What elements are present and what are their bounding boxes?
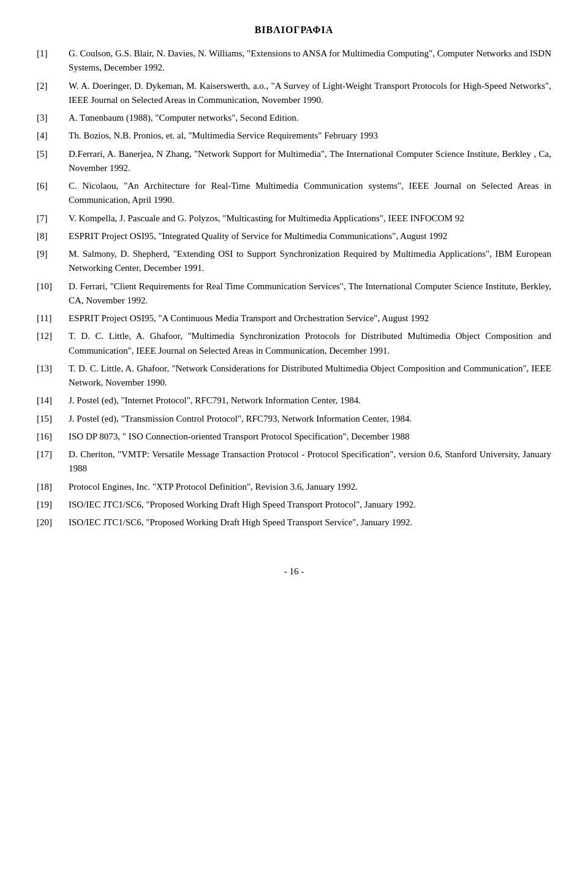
bib-text-19: ISO/IEC JTC1/SC6, "Proposed Working Draf… [69,498,551,512]
bib-number-14: [14] [37,394,69,408]
bib-number-7: [7] [37,211,69,226]
bib-entry-5: [5]D.Ferrari, A. Banerjea, N Zhang, "Net… [37,147,551,176]
bib-entry-19: [19]ISO/IEC JTC1/SC6, "Proposed Working … [37,498,551,512]
bib-number-2: [2] [37,79,69,108]
bib-entry-8: [8]ESPRIT Project OSI95, "Integrated Qua… [37,229,551,243]
bib-number-15: [15] [37,412,69,426]
bib-number-8: [8] [37,229,69,243]
bib-number-18: [18] [37,480,69,494]
bib-entry-16: [16]ISO DP 8073, " ISO Connection-orient… [37,430,551,444]
bib-entry-1: [1]G. Coulson, G.S. Blair, N. Davies, N.… [37,47,551,75]
bib-text-5: D.Ferrari, A. Banerjea, N Zhang, "Networ… [69,147,551,176]
bib-number-1: [1] [37,47,69,75]
bib-text-20: ISO/IEC JTC1/SC6, "Proposed Working Draf… [69,515,551,530]
bib-entry-14: [14]J. Postel (ed), "Internet Protocol",… [37,394,551,408]
bib-entry-2: [2]W. A. Doeringer, D. Dykeman, M. Kaise… [37,79,551,108]
bib-number-6: [6] [37,179,69,208]
bib-number-11: [11] [37,311,69,325]
bib-text-1: G. Coulson, G.S. Blair, N. Davies, N. Wi… [69,47,551,75]
bib-entry-4: [4]Th. Bozios, N.B. Pronios, et. al, "Mu… [37,129,551,143]
bib-entry-13: [13]T. D. C. Little, A. Ghafoor, "Networ… [37,362,551,390]
bib-text-18: Protocol Engines, Inc. "XTP Protocol Def… [69,480,551,494]
bib-text-4: Th. Bozios, N.B. Pronios, et. al, "Multi… [69,129,551,143]
bib-entry-9: [9]M. Salmony, D. Shepherd, "Extending O… [37,247,551,276]
bibliography-container: [1]G. Coulson, G.S. Blair, N. Davies, N.… [37,47,551,530]
page-footer: - 16 - [37,566,551,577]
bib-entry-11: [11]ESPRIT Project OSI95, "A Continuous … [37,311,551,325]
bib-number-20: [20] [37,515,69,530]
bib-text-2: W. A. Doeringer, D. Dykeman, M. Kaisersw… [69,79,551,108]
bib-text-9: M. Salmony, D. Shepherd, "Extending OSI … [69,247,551,276]
bib-number-13: [13] [37,362,69,390]
bib-number-12: [12] [37,329,69,358]
bib-text-7: V. Kompella, J. Pascuale and G. Polyzos,… [69,211,551,226]
bib-number-5: [5] [37,147,69,176]
bib-entry-6: [6]C. Nicolaou, "An Architecture for Rea… [37,179,551,208]
bib-text-15: J. Postel (ed), "Transmission Control Pr… [69,412,551,426]
bib-entry-18: [18]Protocol Engines, Inc. "XTP Protocol… [37,480,551,494]
bib-number-4: [4] [37,129,69,143]
bib-entry-20: [20]ISO/IEC JTC1/SC6, "Proposed Working … [37,515,551,530]
bib-number-3: [3] [37,111,69,125]
bib-text-3: A. Tαnenbaum (1988), "Computer networks"… [69,111,551,125]
bib-text-17: D. Cheriton, "VMTP: Versatile Message Tr… [69,447,551,476]
bib-entry-12: [12]T. D. C. Little, A. Ghafoor, "Multim… [37,329,551,358]
bib-entry-7: [7]V. Kompella, J. Pascuale and G. Polyz… [37,211,551,226]
bib-entry-3: [3]A. Tαnenbaum (1988), "Computer networ… [37,111,551,125]
bib-entry-10: [10]D. Ferrari, "Client Requirements for… [37,280,551,308]
bib-entry-15: [15]J. Postel (ed), "Transmission Contro… [37,412,551,426]
bib-number-17: [17] [37,447,69,476]
page-title: ΒΙΒΛΙΟΓΡΑΦΙΑ [37,25,551,36]
bib-text-16: ISO DP 8073, " ISO Connection-oriented T… [69,430,551,444]
bib-text-11: ESPRIT Project OSI95, "A Continuous Medi… [69,311,551,325]
bib-number-19: [19] [37,498,69,512]
bib-text-12: T. D. C. Little, A. Ghafoor, "Multimedia… [69,329,551,358]
bib-text-6: C. Nicolaou, "An Architecture for Real-T… [69,179,551,208]
bib-entry-17: [17]D. Cheriton, "VMTP: Versatile Messag… [37,447,551,476]
bib-text-14: J. Postel (ed), "Internet Protocol", RFC… [69,394,551,408]
bib-text-10: D. Ferrari, "Client Requirements for Rea… [69,280,551,308]
bib-number-10: [10] [37,280,69,308]
bib-number-16: [16] [37,430,69,444]
bib-text-13: T. D. C. Little, A. Ghafoor, "Network Co… [69,362,551,390]
bib-text-8: ESPRIT Project OSI95, "Integrated Qualit… [69,229,551,243]
bib-number-9: [9] [37,247,69,276]
